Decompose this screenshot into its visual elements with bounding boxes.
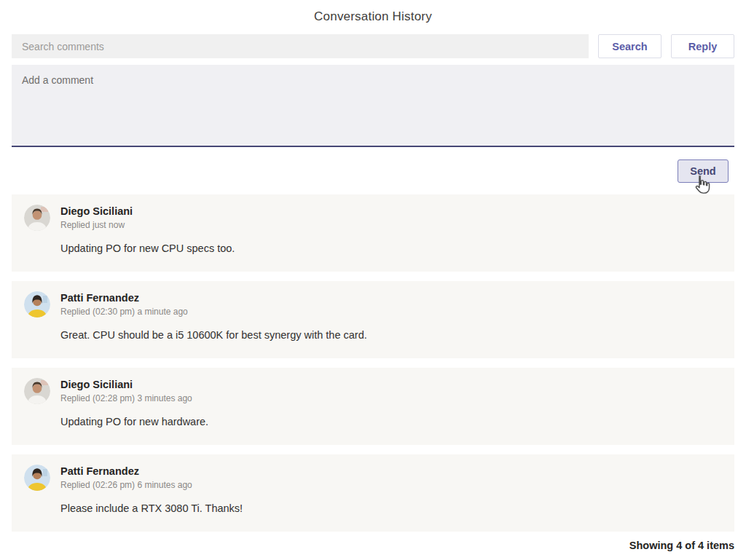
- toolbar: Search Reply: [12, 34, 734, 58]
- avatar-patti-fernandez: [24, 465, 50, 491]
- comment-text: Please include a RTX 3080 Ti. Thanks!: [60, 502, 243, 516]
- comment-text: Updating PO for new CPU specs too.: [60, 242, 235, 256]
- comment-text: Great. CPU should be a i5 10600K for bes…: [60, 328, 367, 342]
- comment-timestamp: Replied (02:28 pm) 3 minutes ago: [60, 393, 208, 404]
- comment-author: Patti Fernandez: [60, 465, 243, 478]
- comment-card[interactable]: Diego Siciliani Replied just now Updatin…: [12, 194, 734, 272]
- comment-author: Diego Siciliani: [60, 378, 208, 392]
- add-comment-textarea[interactable]: [12, 65, 734, 147]
- comment-content: Patti Fernandez Replied (02:26 pm) 6 min…: [60, 465, 243, 516]
- page-title: Conversation History: [12, 7, 734, 26]
- comment-card[interactable]: Patti Fernandez Replied (02:30 pm) a min…: [12, 281, 734, 358]
- send-button[interactable]: Send: [678, 159, 729, 183]
- comment-timestamp: Replied (02:26 pm) 6 minutes ago: [60, 479, 243, 491]
- comment-card[interactable]: Diego Siciliani Replied (02:28 pm) 3 min…: [12, 368, 734, 445]
- comment-author: Patti Fernandez: [60, 291, 367, 305]
- comment-timestamp: Replied just now: [60, 219, 235, 231]
- comment-card[interactable]: Patti Fernandez Replied (02:26 pm) 6 min…: [12, 454, 734, 532]
- items-count-status: Showing 4 of 4 items: [12, 540, 734, 551]
- comment-content: Diego Siciliani Replied (02:28 pm) 3 min…: [60, 378, 208, 429]
- avatar-diego-siciliani: [24, 205, 50, 231]
- search-input[interactable]: [12, 34, 589, 58]
- comment-list: Diego Siciliani Replied just now Updatin…: [12, 194, 734, 532]
- comment-composer: Send: [12, 65, 734, 184]
- comment-content: Diego Siciliani Replied just now Updatin…: [60, 205, 235, 256]
- conversation-history-panel: Conversation History Search Reply Send: [0, 7, 746, 551]
- avatar-diego-siciliani: [24, 378, 50, 404]
- search-button[interactable]: Search: [598, 34, 661, 58]
- comment-content: Patti Fernandez Replied (02:30 pm) a min…: [60, 291, 367, 342]
- reply-button[interactable]: Reply: [671, 34, 734, 58]
- comment-author: Diego Siciliani: [60, 205, 235, 218]
- comment-text: Updating PO for new hardware.: [60, 415, 208, 429]
- comment-timestamp: Replied (02:30 pm) a minute ago: [60, 306, 367, 318]
- send-row: Send: [12, 159, 734, 184]
- avatar-patti-fernandez: [24, 291, 50, 318]
